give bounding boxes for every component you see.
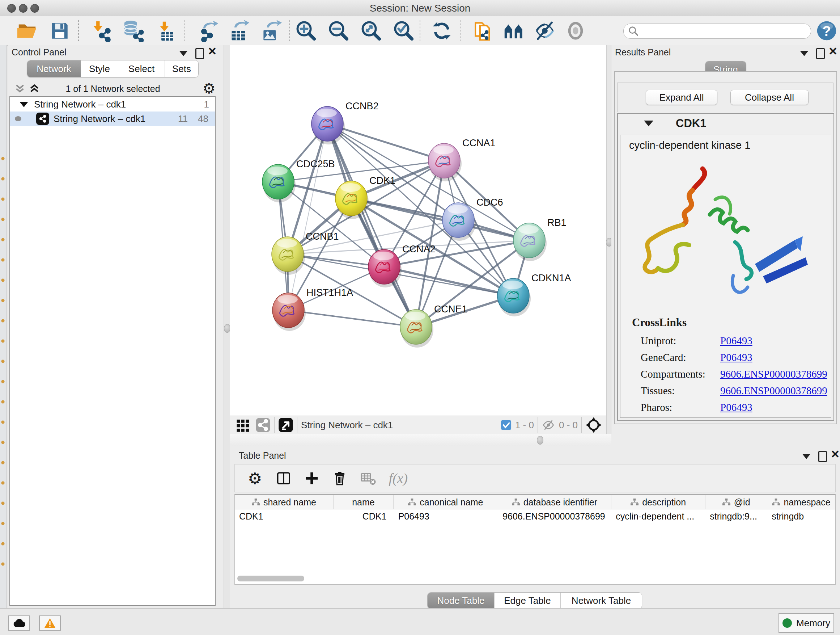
network-options-gear-icon[interactable]: ⚙ <box>202 80 216 97</box>
network-edge[interactable] <box>288 310 416 327</box>
column-header[interactable]: namespace <box>767 495 835 509</box>
zoom-in-button[interactable] <box>294 19 318 42</box>
column-header[interactable]: shared name <box>235 495 333 509</box>
network-node-CDKN1A[interactable]: CDKN1A <box>497 272 571 317</box>
network-node-HIST1H1A[interactable]: HIST1H1A <box>272 287 353 331</box>
share-network-icon[interactable] <box>256 417 271 432</box>
column-header[interactable]: canonical name <box>393 495 498 509</box>
selected-checkbox[interactable] <box>501 420 512 431</box>
column-header[interactable]: @id <box>706 495 767 509</box>
open-in-window-icon[interactable] <box>278 417 294 432</box>
column-header[interactable]: database identifier <box>498 495 611 509</box>
panel-collapse-icon[interactable] <box>180 51 187 56</box>
settings-gear-icon[interactable]: ⚙ <box>248 469 262 488</box>
tab-node-table[interactable]: Node Table <box>428 593 494 608</box>
hide-selected-button[interactable] <box>533 19 557 42</box>
splitter-grip[interactable] <box>537 436 543 445</box>
network-node-CDC25B[interactable]: CDC25B <box>262 158 335 203</box>
open-session-button[interactable] <box>15 19 39 42</box>
cell-name[interactable]: CDK1 <box>333 509 394 523</box>
panel-collapse-icon[interactable] <box>802 454 810 459</box>
tab-edge-table[interactable]: Edge Table <box>494 593 561 608</box>
right-splitter[interactable] <box>606 45 611 434</box>
import-network-file-button[interactable] <box>90 19 114 42</box>
network-node-RB1[interactable]: RB1 <box>513 217 567 261</box>
network-tree-row[interactable]: String Network – cdk1 11 48 <box>10 111 215 126</box>
panel-float-icon[interactable] <box>816 48 825 59</box>
network-canvas[interactable]: CCNB2CCNA1CDC25BCDK1CDC6RB1CCNB1CCNA2CDK… <box>230 45 606 416</box>
import-network-database-button[interactable] <box>122 19 145 42</box>
scrollbar-thumb[interactable] <box>237 576 304 581</box>
import-table-file-button[interactable] <box>153 19 177 42</box>
panel-float-icon[interactable] <box>818 451 827 462</box>
table-row[interactable]: CDK1 CDK1 P06493 9606.ENSP00000378699 cy… <box>235 509 835 523</box>
network-node-CCNB2[interactable]: CCNB2 <box>311 101 379 144</box>
expand-all-chevron-icon[interactable] <box>28 83 41 95</box>
cell-database-identifier[interactable]: 9606.ENSP00000378699 <box>498 509 611 523</box>
cell-namespace[interactable]: stringdb <box>767 509 835 523</box>
export-image-button[interactable] <box>259 19 283 42</box>
network-edge[interactable] <box>327 124 444 161</box>
crosslink-link[interactable]: 9606.ENSP00000378699 <box>720 385 827 397</box>
warning-status-button[interactable] <box>39 616 61 631</box>
export-table-button[interactable] <box>228 19 252 42</box>
search-input[interactable] <box>639 26 796 36</box>
panel-collapse-icon[interactable] <box>800 51 808 56</box>
table-horizontal-scrollbar[interactable] <box>237 576 831 581</box>
zoom-out-button[interactable] <box>327 19 351 42</box>
refresh-view-button[interactable] <box>430 19 454 42</box>
delete-column-icon[interactable] <box>333 470 347 486</box>
function-builder-icon[interactable]: f(x) <box>388 470 408 486</box>
cell-canonical-name[interactable]: P06493 <box>394 509 499 523</box>
cloud-status-button[interactable] <box>8 616 30 631</box>
cell-description[interactable]: cyclin-dependent ... <box>611 509 706 523</box>
column-header[interactable]: description <box>611 495 706 509</box>
column-header[interactable]: name <box>333 495 393 509</box>
memory-button[interactable]: Memory <box>778 613 834 633</box>
grid-view-icon[interactable] <box>236 418 250 432</box>
network-edge[interactable] <box>384 267 513 296</box>
crosslink-link[interactable]: P06493 <box>720 352 752 363</box>
collapse-all-button[interactable]: Collapse All <box>730 90 808 105</box>
network-node-CDC6[interactable]: CDC6 <box>442 197 503 241</box>
panel-close-icon[interactable]: ✕ <box>208 47 217 56</box>
cell-shared-name[interactable]: CDK1 <box>235 509 333 523</box>
crosslink-link[interactable]: 9606.ENSP00000378699 <box>720 368 827 380</box>
toggle-columns-icon[interactable] <box>276 471 291 486</box>
add-column-icon[interactable] <box>305 471 319 486</box>
tree-expand-caret-icon[interactable] <box>19 102 28 107</box>
string-network-graph[interactable]: CCNB2CCNA1CDC25BCDK1CDC6RB1CCNB1CCNA2CDK… <box>230 45 606 416</box>
export-network-button[interactable] <box>197 19 221 42</box>
gene-card-header[interactable]: CDK1 <box>618 114 834 133</box>
gene-expand-caret-icon[interactable] <box>644 120 653 126</box>
splitter-grip[interactable] <box>224 324 231 333</box>
panel-float-icon[interactable] <box>195 48 204 59</box>
tab-sets[interactable]: Sets <box>165 60 198 77</box>
panel-close-icon[interactable]: ✕ <box>829 47 837 56</box>
tab-style[interactable]: Style <box>81 60 118 77</box>
crosslink-link[interactable]: P06493 <box>720 402 752 413</box>
zoom-fit-button[interactable] <box>359 19 383 42</box>
zoom-selected-button[interactable] <box>392 19 416 42</box>
cell-id[interactable]: stringdb:9... <box>706 509 767 523</box>
tab-network-table[interactable]: Network Table <box>561 593 642 608</box>
tab-select[interactable]: Select <box>118 60 165 77</box>
network-node-CCNE1[interactable]: CCNE1 <box>400 304 467 348</box>
hidden-eye-icon[interactable] <box>542 419 555 431</box>
network-tree-root-row[interactable]: String Network – cdk1 1 <box>10 97 215 111</box>
help-button[interactable]: ? <box>815 19 838 42</box>
show-graphics-details-button[interactable] <box>564 19 587 42</box>
panel-close-icon[interactable]: ✕ <box>831 450 840 459</box>
clone-network-button[interactable] <box>471 19 495 42</box>
birdseye-icon[interactable] <box>585 417 602 433</box>
expand-all-button[interactable]: Expand All <box>646 90 717 105</box>
network-node-CCNA1[interactable]: CCNA1 <box>428 138 496 181</box>
tab-network[interactable]: Network <box>27 60 81 77</box>
first-neighbors-button[interactable] <box>502 19 526 42</box>
left-splitter[interactable] <box>224 45 230 608</box>
save-session-button[interactable] <box>48 19 72 42</box>
crosslink-link[interactable]: P06493 <box>720 335 752 347</box>
collapse-all-chevron-icon[interactable] <box>14 83 26 95</box>
network-edge[interactable] <box>327 124 529 241</box>
clear-table-icon[interactable] <box>360 471 376 486</box>
